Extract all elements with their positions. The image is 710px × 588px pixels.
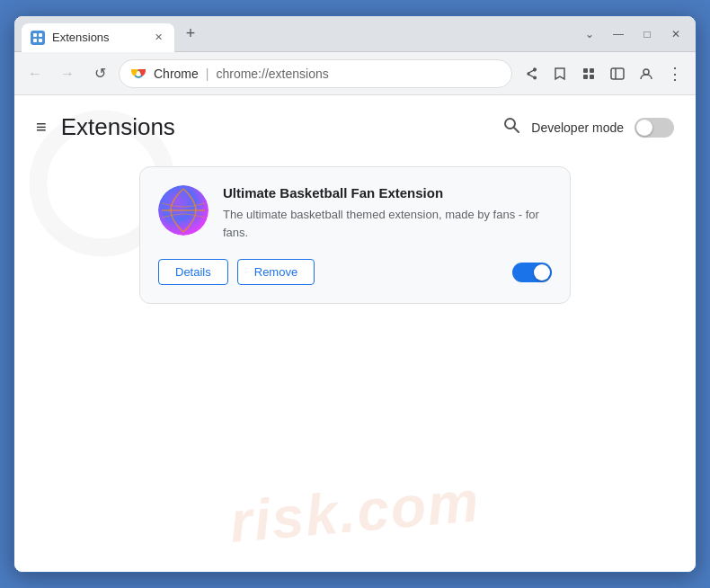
tab-close-button[interactable]: ✕ xyxy=(151,31,165,45)
svg-rect-1 xyxy=(39,33,42,37)
chevron-down-button[interactable]: ⌄ xyxy=(577,22,602,47)
extension-toggle-knob xyxy=(534,264,550,281)
developer-mode-label: Developer mode xyxy=(531,120,624,135)
extension-card: Ultimate Basketball Fan Extension The ul… xyxy=(139,166,571,304)
address-path: chrome://extensions xyxy=(216,67,328,81)
title-bar: Extensions ✕ + ⌄ — □ ✕ xyxy=(14,16,696,52)
reload-button[interactable]: ↺ xyxy=(86,60,113,87)
extension-name: Ultimate Basketball Fan Extension xyxy=(223,185,552,200)
hamburger-menu-button[interactable]: ≡ xyxy=(36,117,47,138)
basketball-icon xyxy=(158,185,209,236)
svg-line-16 xyxy=(514,128,519,132)
svg-point-12 xyxy=(643,69,649,75)
chrome-logo-icon xyxy=(130,66,146,82)
header-left: ≡ Extensions xyxy=(36,113,175,141)
toolbar: ← → ↺ Chrome | chrome://extensions xyxy=(14,52,696,95)
extensions-page: ≡ Extensions Developer mode xyxy=(14,95,696,322)
forward-button[interactable]: → xyxy=(54,60,81,87)
card-top: Ultimate Basketball Fan Extension The ul… xyxy=(158,185,552,241)
share-button[interactable] xyxy=(518,60,545,87)
header-right: Developer mode xyxy=(502,116,674,138)
svg-rect-3 xyxy=(39,39,42,42)
remove-button[interactable]: Remove xyxy=(237,259,315,285)
back-button[interactable]: ← xyxy=(22,60,49,87)
developer-mode-toggle[interactable] xyxy=(635,118,674,138)
bookmark-button[interactable] xyxy=(546,60,573,87)
tab-favicon-icon xyxy=(31,31,45,45)
profile-button[interactable] xyxy=(633,60,660,87)
page-content: risk.com ≡ Extensions Developer mode xyxy=(14,95,696,572)
svg-rect-7 xyxy=(590,68,594,73)
menu-button[interactable]: ⋮ xyxy=(661,60,688,87)
extension-icon xyxy=(158,185,209,236)
maximize-button[interactable]: □ xyxy=(635,22,660,47)
card-buttons: Details Remove xyxy=(158,259,315,285)
svg-rect-10 xyxy=(611,68,624,79)
address-domain: Chrome xyxy=(154,67,199,81)
extensions-toolbar-button[interactable] xyxy=(575,60,602,87)
extension-description: The ultimate basketball themed extension… xyxy=(223,206,552,241)
page-title: Extensions xyxy=(61,113,175,141)
svg-rect-9 xyxy=(590,75,594,79)
svg-rect-0 xyxy=(33,33,37,37)
minimize-button[interactable]: — xyxy=(606,22,631,47)
card-actions: Details Remove xyxy=(158,259,552,285)
tab-title: Extensions xyxy=(52,31,110,44)
svg-rect-8 xyxy=(583,75,588,79)
new-tab-button[interactable]: + xyxy=(178,22,203,47)
toolbar-actions: ⋮ xyxy=(518,60,688,87)
search-button[interactable] xyxy=(502,116,520,138)
watermark-text: risk.com xyxy=(14,449,696,572)
svg-rect-6 xyxy=(583,68,588,73)
extension-info: Ultimate Basketball Fan Extension The ul… xyxy=(223,185,552,241)
extension-enable-toggle[interactable] xyxy=(512,263,552,282)
extensions-header: ≡ Extensions Developer mode xyxy=(36,113,674,141)
sidebar-button[interactable] xyxy=(604,60,631,87)
svg-rect-2 xyxy=(33,39,37,42)
close-button[interactable]: ✕ xyxy=(663,22,688,47)
toggle-knob xyxy=(636,120,652,136)
browser-window: Extensions ✕ + ⌄ — □ ✕ ← → ↺ Chrome | ch xyxy=(13,15,697,573)
browser-tab[interactable]: Extensions ✕ xyxy=(22,23,174,52)
address-bar[interactable]: Chrome | chrome://extensions xyxy=(119,59,512,88)
details-button[interactable]: Details xyxy=(158,259,228,285)
window-controls: ⌄ — □ ✕ xyxy=(577,22,688,47)
